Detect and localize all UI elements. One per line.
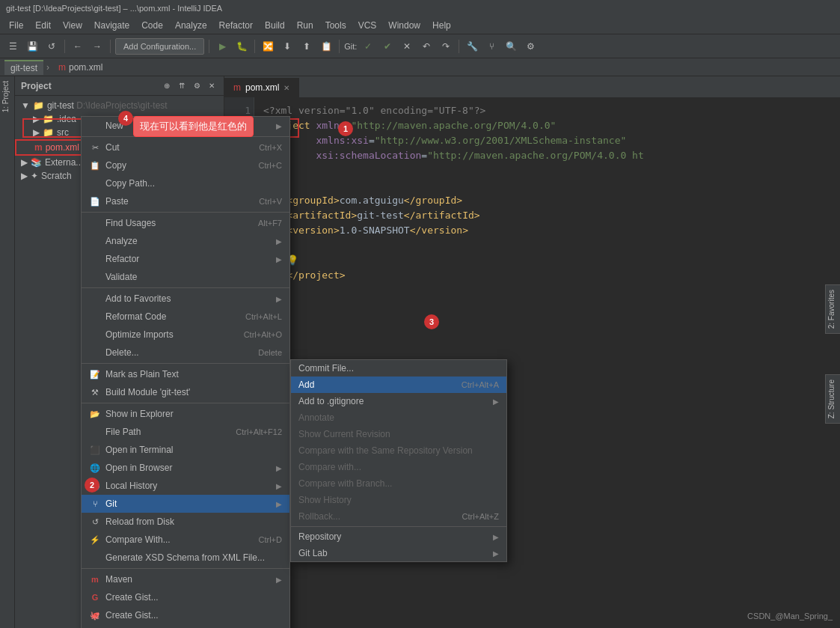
menu-view[interactable]: View [57,19,88,32]
ctx-find-usages[interactable]: Find Usages Alt+F7 [82,214,289,232]
git-show-history: Show History [291,492,506,508]
toolbar-branch-btn[interactable]: ⑂ [483,38,500,55]
toolbar-wrench-btn[interactable]: 🔧 [464,38,480,55]
menu-vcs[interactable]: VCS [352,19,383,32]
menu-tools[interactable]: Tools [319,19,352,32]
structure-side-tab[interactable]: Z: Structure [825,374,840,424]
toolbar-search-btn[interactable]: 🔍 [503,38,519,55]
tree-src-icon: 📁 [43,127,54,138]
git-rollback-shortcut: Ctrl+Alt+Z [462,512,499,521]
panel-locate-btn[interactable]: ⊕ [161,80,173,92]
toolbar-debug-btn[interactable]: 🐛 [233,38,250,55]
editor-tab-close[interactable]: ✕ [283,84,289,92]
add-config-button[interactable]: Add Configuration... [115,38,204,55]
toolbar-git-ok[interactable]: ✔ [379,38,396,55]
toolbar-save-btn[interactable]: 💾 [24,38,40,55]
toolbar-git-x[interactable]: ✕ [399,38,415,55]
toolbar-git-redo[interactable]: ↷ [438,38,454,55]
tree-external-label: Externa... [45,157,83,168]
git-commit-file[interactable]: Commit File... [291,360,506,377]
ctx-explorer-label: Show in Explorer [105,409,174,419]
ctx-refactor-label: Refactor [105,254,139,264]
ctx-create-gist2[interactable]: 🐙 Create Gist... [82,606,289,624]
ctx-analyze[interactable]: Analyze ▶ [82,232,289,250]
favorites-label[interactable]: 2: Favorites [826,285,837,333]
menu-bar: File Edit View Navigate Code Analyze Ref… [0,16,840,34]
side-tab-project[interactable]: 1: Project [0,76,14,117]
ctx-reload[interactable]: ↺ Reload from Disk [82,513,289,531]
toolbar-git-arrow[interactable]: ↶ [418,38,435,55]
ctx-add-favorites[interactable]: Add to Favorites ▶ [82,290,289,308]
favorites-side-tab[interactable]: 2: Favorites [825,284,840,334]
editor-tab-pom[interactable]: m pom.xml ✕ [224,78,299,97]
menu-code[interactable]: Code [135,19,169,32]
git-gitlab[interactable]: Git Lab ▶ [291,545,506,561]
panel-collapse-btn[interactable]: ⇈ [176,80,188,92]
structure-label[interactable]: Z: Structure [826,375,837,423]
breadcrumb-git-test[interactable]: git-test [4,60,43,75]
ctx-paste[interactable]: 📄 Paste Ctrl+V [82,192,289,210]
toolbar-run-btn[interactable]: ▶ [214,38,230,55]
ctx-compare[interactable]: ⚡ Compare With... Ctrl+D [82,531,289,549]
toolbar-update-btn[interactable]: ⬇ [279,38,295,55]
menu-analyze[interactable]: Analyze [169,19,213,32]
menu-help[interactable]: Help [426,19,457,32]
ctx-create-gist1[interactable]: G Create Gist... [82,588,289,606]
ctx-reformat[interactable]: Reformat Code Ctrl+Alt+L [82,308,289,326]
tree-idea-arrow: ▶ [33,114,40,124]
ctx-explorer-icon: 📂 [89,408,101,420]
toolbar-menu-btn[interactable]: ☰ [4,38,21,55]
ctx-path-icon [89,426,101,438]
ctx-opt-label: Optimize Imports [105,329,174,340]
menu-run[interactable]: Run [291,19,319,32]
tree-src-arrow: ▶ [33,127,40,138]
menu-edit[interactable]: Edit [29,19,57,32]
ctx-paste-shortcut: Ctrl+V [259,197,282,206]
toolbar-refresh-btn[interactable]: ↺ [43,38,60,55]
ctx-add-ant[interactable]: 🐜 Add as Ant Build File [82,624,289,628]
toolbar-history-btn[interactable]: 📋 [318,38,334,55]
ctx-copy-path[interactable]: Copy Path... [82,174,289,192]
toolbar-push-btn[interactable]: ⬆ [298,38,315,55]
ctx-cut[interactable]: ✂ Cut Ctrl+X [82,138,289,156]
tree-root[interactable]: ▼ 📁 git-test D:\IdeaProjects\git-test [15,99,224,112]
ctx-validate-icon [89,271,101,283]
git-add-label: Add [298,379,314,390]
ctx-build-module[interactable]: ⚒ Build Module 'git-test' [82,383,289,401]
toolbar-back-btn[interactable]: ← [70,38,86,55]
ctx-gen-xsd[interactable]: Generate XSD Schema from XML File... [82,549,289,567]
ctx-copy[interactable]: 📋 Copy Ctrl+C [82,156,289,174]
ctx-mark-plain[interactable]: 📝 Mark as Plain Text [82,365,289,383]
git-repository[interactable]: Repository ▶ [291,528,506,545]
code-line-5 [263,163,831,178]
panel-close-btn[interactable]: ✕ [206,80,218,92]
ctx-file-path[interactable]: File Path Ctrl+Alt+F12 [82,423,289,441]
git-add-gitignore[interactable]: Add to .gitignore ▶ [291,393,506,409]
toolbar-fwd-btn[interactable]: → [89,38,105,55]
ctx-refactor[interactable]: Refactor ▶ [82,250,289,268]
ctx-local-history[interactable]: 🕐 Local History ▶ [82,477,289,495]
ctx-git[interactable]: ⑂ Git ▶ [82,495,289,513]
ctx-open-terminal[interactable]: ⬛ Open in Terminal [82,441,289,459]
git-sep1 [291,526,506,527]
ctx-analyze-arrow: ▶ [276,237,282,246]
breadcrumb-pom[interactable]: m pom.xml [52,61,108,74]
ctx-gist1-label: Create Gist... [105,592,159,603]
ctx-delete[interactable]: Delete... Delete [82,344,289,362]
toolbar-vcs-btn[interactable]: 🔀 [260,38,276,55]
menu-refactor[interactable]: Refactor [213,19,259,32]
toolbar-settings-btn[interactable]: ⚙ [522,38,539,55]
ctx-show-explorer[interactable]: 📂 Show in Explorer [82,405,289,423]
menu-window[interactable]: Window [382,19,426,32]
git-add[interactable]: Add Ctrl+Alt+A [291,377,506,393]
ctx-sep3 [82,363,289,364]
ctx-optimize[interactable]: Optimize Imports Ctrl+Alt+O [82,326,289,344]
menu-file[interactable]: File [3,19,29,32]
ctx-validate[interactable]: Validate [82,268,289,286]
panel-settings-btn[interactable]: ⚙ [191,80,203,92]
ctx-open-browser[interactable]: 🌐 Open in Browser ▶ [82,459,289,477]
ctx-maven[interactable]: m Maven ▶ [82,570,289,588]
toolbar-git-check[interactable]: ✓ [360,38,376,55]
menu-build[interactable]: Build [259,19,291,32]
menu-navigate[interactable]: Navigate [88,19,135,32]
